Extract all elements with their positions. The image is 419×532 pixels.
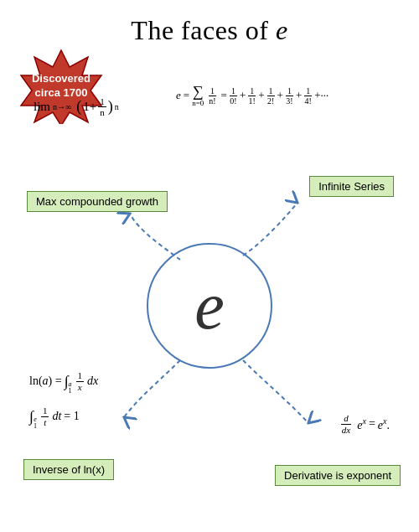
label-infinite-series: Infinite Series: [309, 176, 394, 197]
discovered-badge: Discovered circa 1700: [15, 49, 116, 132]
center-circle: e: [147, 243, 272, 369]
ln-formula: ln(a) = ∫ a 1 1 x dx ∫ e 1 1 t dt = 1: [29, 366, 98, 431]
label-derivative: Derivative is exponent: [275, 465, 401, 486]
page-title: The faces of e: [0, 0, 419, 54]
derivative-formula: d dx ex = ex.: [339, 413, 390, 436]
arrow-inverse-ln: [124, 360, 180, 417]
badge-text: Discovered circa 1700: [28, 72, 95, 101]
arrow-max-growth: [130, 214, 180, 260]
center-e-symbol: e: [194, 268, 225, 344]
arrow-infinite-series: [243, 203, 297, 256]
label-inverse-ln: Inverse of ln(x): [23, 459, 114, 480]
label-max-growth: Max compounded growth: [27, 191, 168, 212]
series-formula: e = ∑ n=0 1 n! = 1 0! + 1 1! + 1 2! + 1 …: [176, 84, 328, 107]
arrow-derivative: [243, 360, 308, 423]
